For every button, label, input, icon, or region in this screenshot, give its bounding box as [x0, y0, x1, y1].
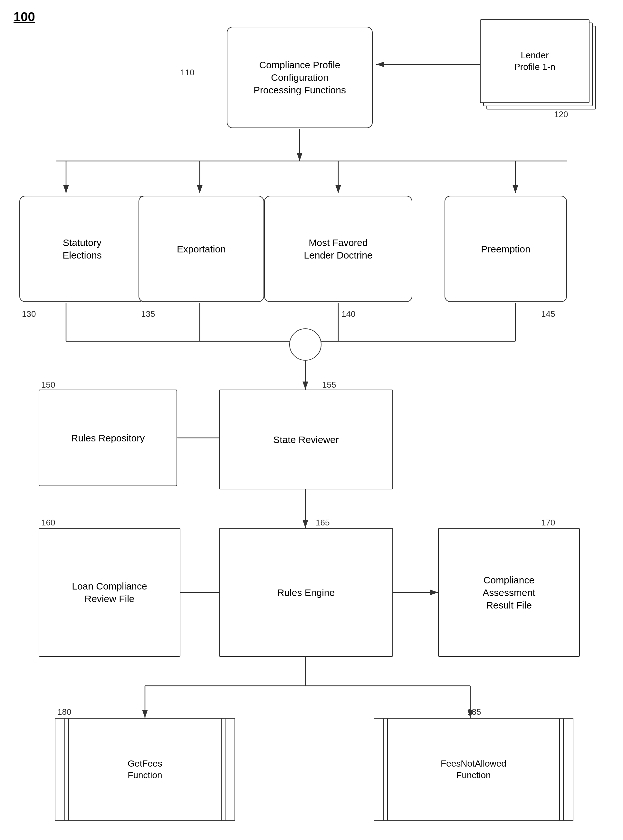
exportation-box: Exportation	[138, 196, 264, 302]
label-180: 180	[57, 707, 71, 717]
label-165: 165	[316, 518, 330, 528]
label-145: 145	[541, 309, 555, 319]
label-160: 160	[41, 518, 55, 528]
merge-circle	[289, 328, 321, 361]
label-120: 120	[554, 109, 568, 119]
rules-engine-box: Rules Engine	[219, 528, 393, 657]
label-170: 170	[541, 518, 555, 528]
label-185: 185	[467, 707, 481, 717]
state-reviewer-box: State Reviewer	[219, 390, 393, 490]
compliance-assessment-box: ComplianceAssessmentResult File	[438, 528, 580, 657]
label-135: 135	[141, 309, 155, 319]
label-150: 150	[41, 380, 55, 390]
rules-repository-box: Rules Repository	[39, 390, 177, 486]
loan-compliance-box: Loan ComplianceReview File	[39, 528, 180, 657]
diagram: 100	[0, 0, 623, 840]
fees-not-allowed-box: FeesNotAllowedFunction	[374, 718, 573, 821]
getfees-box: GetFeesFunction	[55, 718, 235, 821]
compliance-profile-box: Compliance ProfileConfigurationProcessin…	[227, 27, 373, 128]
statutory-elections-box: StatutoryElections	[19, 196, 145, 302]
preemption-box: Preemption	[445, 196, 567, 302]
label-155: 155	[322, 380, 336, 390]
figure-label: 100	[14, 10, 35, 24]
label-140: 140	[341, 309, 355, 319]
label-110: 110	[180, 67, 194, 78]
most-favored-box: Most FavoredLender Doctrine	[264, 196, 412, 302]
lender-profile-box: LenderProfile 1-n	[480, 19, 596, 109]
label-130: 130	[22, 309, 36, 319]
